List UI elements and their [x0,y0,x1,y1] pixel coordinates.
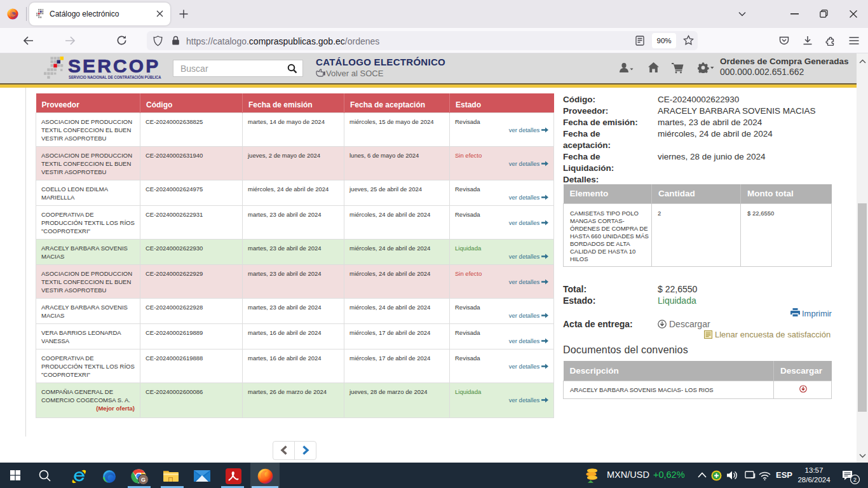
svg-text:G: G [141,477,146,483]
svg-text:2: 2 [853,476,857,483]
